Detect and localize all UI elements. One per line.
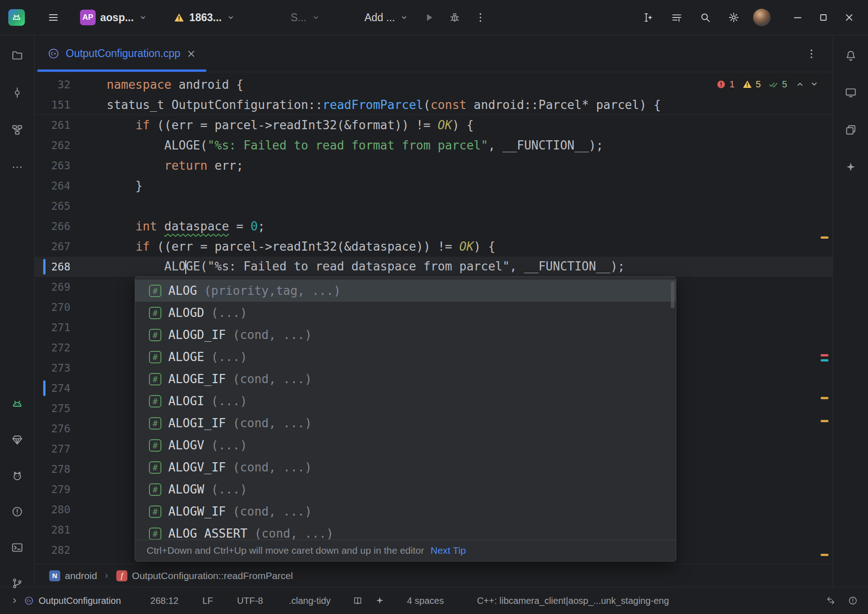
completion-item[interactable]: #ALOGE_IF(cond, ...) — [135, 368, 676, 390]
add-configuration-button[interactable]: Add ... — [365, 7, 409, 28]
code-text[interactable]: int dataspace = 0; — [107, 219, 265, 233]
more-icon[interactable] — [8, 158, 26, 176]
line-number[interactable]: 265 — [51, 200, 70, 212]
completion-item[interactable]: #ALOGW_IF(cond, ...) — [135, 500, 676, 522]
popup-scrollbar[interactable] — [671, 281, 674, 308]
gutter[interactable]: 272 — [34, 342, 107, 354]
gutter[interactable]: 264 — [34, 180, 107, 192]
build-target-widget[interactable]: C++: libcamera_client|aosp_...unk_stagin… — [477, 596, 669, 606]
clang-tidy-widget[interactable]: .clang-tidy — [289, 596, 331, 606]
stripe-warning-marker[interactable] — [821, 420, 828, 422]
breadcrumb-namespace[interactable]: N android — [49, 570, 97, 581]
code-text[interactable]: ALOGE("%s: Failed to read format from pa… — [107, 138, 603, 152]
next-tip-link[interactable]: Next Tip — [430, 545, 466, 556]
code-text[interactable]: status_t OutputConfiguration::readFromPa… — [107, 98, 661, 112]
project-selector[interactable]: AP aosp... — [80, 7, 148, 28]
inspections-widget[interactable]: 1 5 5 — [711, 77, 824, 92]
terminal-icon[interactable] — [8, 538, 26, 557]
tab-close-icon[interactable] — [186, 49, 196, 59]
gutter[interactable]: 280 — [34, 504, 107, 516]
change-marker[interactable] — [43, 380, 46, 396]
problems-icon[interactable] — [8, 502, 26, 521]
line-number[interactable]: 270 — [51, 301, 70, 313]
line-number[interactable]: 264 — [51, 180, 70, 192]
line-number[interactable]: 261 — [51, 119, 70, 131]
code-line[interactable]: 261 if ((err = parcel->readInt32(&format… — [34, 115, 833, 135]
line-number[interactable]: 276 — [51, 423, 70, 435]
gutter[interactable]: 279 — [34, 483, 107, 495]
gutter[interactable]: 265 — [34, 200, 107, 212]
ai-assistant-icon[interactable] — [841, 158, 860, 176]
tab-options-button[interactable] — [802, 45, 821, 63]
gutter[interactable]: 277 — [34, 443, 107, 455]
next-problem-button[interactable] — [809, 79, 820, 90]
editor-toolbar-options-button[interactable] — [668, 8, 686, 27]
completion-item[interactable]: #ALOG(priority,tag, ...) — [135, 280, 676, 302]
run-configuration-selector[interactable]: S... — [291, 7, 320, 28]
close-button[interactable] — [839, 7, 860, 28]
change-marker[interactable] — [43, 259, 46, 275]
gutter[interactable]: 271 — [34, 321, 107, 333]
status-info-icon[interactable] — [848, 596, 858, 606]
previous-problem-button[interactable] — [794, 79, 805, 90]
line-number[interactable]: 273 — [51, 362, 70, 374]
line-number[interactable]: 281 — [51, 524, 70, 536]
line-number[interactable]: 280 — [51, 504, 70, 516]
gutter[interactable]: 32 — [34, 79, 107, 91]
breadcrumb-function[interactable]: f OutputConfiguration::readFromParcel — [116, 570, 293, 581]
search-everywhere-button[interactable] — [696, 8, 714, 27]
stripe-warning-marker[interactable] — [821, 554, 828, 556]
indent-widget[interactable]: 4 spaces — [407, 596, 444, 606]
running-devices-icon[interactable] — [841, 83, 860, 102]
settings-button[interactable] — [725, 8, 743, 27]
maximize-button[interactable] — [813, 7, 834, 28]
version-control-icon[interactable] — [8, 574, 26, 592]
code-line[interactable]: 265 — [34, 196, 833, 216]
line-number[interactable]: 269 — [51, 281, 70, 293]
status-file-widget[interactable]: OutputConfiguration — [39, 596, 121, 606]
gutter[interactable]: 151 — [34, 99, 107, 111]
completion-item[interactable]: #ALOGD_IF(cond, ...) — [135, 324, 676, 346]
code-text[interactable]: if ((err = parcel->readInt32(&dataspace)… — [107, 240, 495, 253]
completion-item[interactable]: #ALOGD(...) — [135, 302, 676, 324]
line-number[interactable]: 32 — [57, 79, 70, 91]
gutter[interactable]: 262 — [34, 139, 107, 151]
commit-icon[interactable] — [8, 83, 26, 102]
completion-item[interactable]: #ALOGI_IF(cond, ...) — [135, 412, 676, 434]
chevron-right-icon[interactable] — [10, 596, 19, 605]
gutter[interactable]: 276 — [34, 423, 107, 435]
gutter[interactable]: 281 — [34, 524, 107, 536]
completion-item[interactable]: #ALOGV(...) — [135, 434, 676, 456]
line-number[interactable]: 272 — [51, 342, 70, 354]
user-avatar[interactable] — [753, 9, 771, 26]
code-line[interactable]: 264 } — [34, 176, 833, 196]
ai-code-actions-button[interactable] — [639, 8, 657, 27]
completion-item[interactable]: #ALOGI(...) — [135, 390, 676, 412]
code-line[interactable]: 268 ALOGE("%s: Failed to read dataspace … — [34, 257, 833, 277]
line-number[interactable]: 268 — [51, 261, 70, 273]
stripe-error-marker[interactable] — [821, 354, 828, 356]
line-number[interactable]: 151 — [51, 99, 70, 111]
gutter[interactable]: 273 — [34, 362, 107, 374]
completion-item[interactable]: #ALOGV_IF(cond, ...) — [135, 456, 676, 478]
line-number[interactable]: 266 — [51, 220, 70, 232]
gutter[interactable]: 278 — [34, 463, 107, 475]
line-number[interactable]: 267 — [51, 241, 70, 252]
stripe-info-marker[interactable] — [821, 359, 828, 362]
line-number[interactable]: 274 — [51, 382, 70, 394]
caret-position-widget[interactable]: 268:12 — [150, 596, 178, 606]
line-number[interactable]: 278 — [51, 463, 70, 475]
compare-arrows-icon[interactable] — [826, 596, 836, 606]
vcs-widget[interactable]: 1863... — [173, 7, 235, 28]
notifications-icon[interactable] — [841, 46, 860, 64]
line-number[interactable]: 277 — [51, 443, 70, 455]
completion-item[interactable]: #ALOGW(...) — [135, 478, 676, 500]
line-number[interactable]: 263 — [51, 160, 70, 172]
line-number[interactable]: 282 — [51, 544, 70, 556]
line-number[interactable]: 271 — [51, 321, 70, 333]
gutter[interactable]: 266 — [34, 220, 107, 232]
code-text[interactable]: } — [107, 179, 143, 193]
code-text[interactable]: return err; — [107, 159, 243, 172]
project-folder-icon[interactable] — [8, 46, 26, 64]
android-icon[interactable] — [8, 395, 26, 413]
